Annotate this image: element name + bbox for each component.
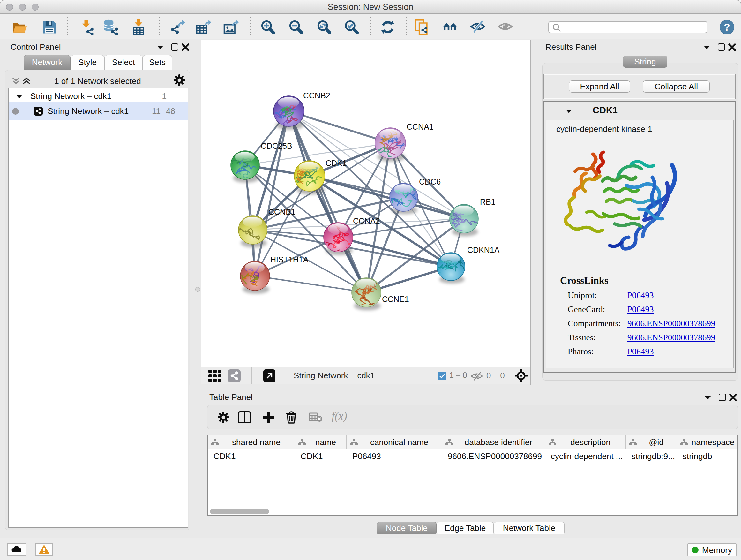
svg-text:CCNA2: CCNA2 [353, 216, 380, 226]
svg-text:CDC25B: CDC25B [261, 141, 292, 150]
svg-text:CDK1: CDK1 [326, 159, 347, 168]
svg-text:CCNA1: CCNA1 [407, 122, 434, 131]
svg-text:HIST1H1A: HIST1H1A [270, 255, 309, 264]
svg-text:RB1: RB1 [480, 197, 495, 206]
svg-text:CCNB1: CCNB1 [268, 207, 295, 216]
svg-text:CCNB2: CCNB2 [303, 91, 330, 100]
svg-text:CCNE1: CCNE1 [382, 295, 409, 304]
svg-text:CDC6: CDC6 [419, 177, 441, 186]
svg-text:CDKN1A: CDKN1A [467, 246, 500, 254]
